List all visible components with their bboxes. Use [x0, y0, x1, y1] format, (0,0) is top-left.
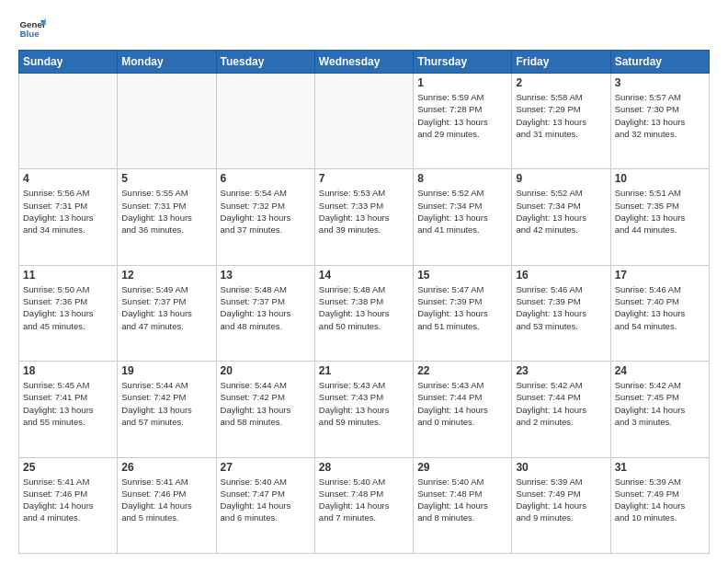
day-number: 1 — [417, 76, 507, 89]
day-info: Sunrise: 5:39 AM Sunset: 7:49 PM Dayligh… — [516, 476, 606, 524]
day-info: Sunrise: 5:54 AM Sunset: 7:32 PM Dayligh… — [221, 187, 311, 236]
calendar-cell: 15Sunrise: 5:47 AM Sunset: 7:39 PM Dayli… — [414, 265, 512, 361]
calendar-cell: 20Sunrise: 5:44 AM Sunset: 7:42 PM Dayli… — [216, 362, 314, 457]
calendar-cell — [19, 74, 118, 169]
day-number: 19 — [121, 364, 211, 377]
week-row-3: 11Sunrise: 5:50 AM Sunset: 7:36 PM Dayli… — [19, 265, 710, 361]
weekday-header-row: SundayMondayTuesdayWednesdayThursdayFrid… — [19, 51, 710, 74]
calendar-cell: 18Sunrise: 5:45 AM Sunset: 7:41 PM Dayli… — [19, 362, 118, 457]
day-number: 23 — [516, 364, 606, 377]
day-number: 7 — [319, 172, 409, 185]
calendar-cell: 16Sunrise: 5:46 AM Sunset: 7:39 PM Dayli… — [512, 265, 610, 361]
calendar-cell: 24Sunrise: 5:42 AM Sunset: 7:45 PM Dayli… — [610, 362, 709, 457]
calendar-cell: 22Sunrise: 5:43 AM Sunset: 7:44 PM Dayli… — [414, 362, 512, 457]
day-info: Sunrise: 5:41 AM Sunset: 7:46 PM Dayligh… — [121, 476, 211, 524]
day-number: 20 — [221, 364, 311, 377]
day-info: Sunrise: 5:57 AM Sunset: 7:30 PM Dayligh… — [615, 91, 705, 140]
calendar-cell: 11Sunrise: 5:50 AM Sunset: 7:36 PM Dayli… — [19, 265, 118, 361]
day-number: 13 — [221, 269, 311, 282]
calendar-cell: 17Sunrise: 5:46 AM Sunset: 7:40 PM Dayli… — [610, 265, 709, 361]
day-info: Sunrise: 5:43 AM Sunset: 7:43 PM Dayligh… — [319, 379, 409, 428]
day-info: Sunrise: 5:50 AM Sunset: 7:36 PM Dayligh… — [23, 283, 113, 332]
day-info: Sunrise: 5:42 AM Sunset: 7:45 PM Dayligh… — [615, 379, 705, 428]
day-number: 30 — [516, 461, 606, 474]
calendar-cell: 8Sunrise: 5:52 AM Sunset: 7:34 PM Daylig… — [414, 169, 512, 265]
calendar-cell: 19Sunrise: 5:44 AM Sunset: 7:42 PM Dayli… — [118, 362, 216, 457]
calendar-cell: 21Sunrise: 5:43 AM Sunset: 7:43 PM Dayli… — [314, 362, 413, 457]
day-number: 26 — [121, 461, 211, 474]
calendar-cell: 6Sunrise: 5:54 AM Sunset: 7:32 PM Daylig… — [216, 169, 314, 265]
calendar-cell — [314, 74, 413, 169]
day-info: Sunrise: 5:39 AM Sunset: 7:49 PM Dayligh… — [615, 476, 705, 524]
day-info: Sunrise: 5:55 AM Sunset: 7:31 PM Dayligh… — [121, 187, 211, 236]
day-number: 31 — [615, 461, 705, 474]
day-info: Sunrise: 5:40 AM Sunset: 7:48 PM Dayligh… — [319, 476, 409, 524]
day-number: 17 — [615, 269, 705, 282]
day-info: Sunrise: 5:45 AM Sunset: 7:41 PM Dayligh… — [23, 379, 113, 428]
day-info: Sunrise: 5:52 AM Sunset: 7:34 PM Dayligh… — [516, 187, 606, 236]
day-info: Sunrise: 5:42 AM Sunset: 7:44 PM Dayligh… — [516, 379, 606, 428]
day-info: Sunrise: 5:48 AM Sunset: 7:38 PM Dayligh… — [319, 283, 409, 332]
calendar-cell: 7Sunrise: 5:53 AM Sunset: 7:33 PM Daylig… — [314, 169, 413, 265]
weekday-header-sunday: Sunday — [19, 51, 118, 74]
day-info: Sunrise: 5:46 AM Sunset: 7:40 PM Dayligh… — [615, 283, 705, 332]
day-number: 2 — [516, 76, 606, 89]
week-row-4: 18Sunrise: 5:45 AM Sunset: 7:41 PM Dayli… — [19, 362, 710, 457]
calendar-cell: 28Sunrise: 5:40 AM Sunset: 7:48 PM Dayli… — [314, 457, 413, 553]
day-info: Sunrise: 5:44 AM Sunset: 7:42 PM Dayligh… — [121, 379, 211, 428]
day-number: 10 — [615, 172, 705, 185]
day-number: 6 — [221, 172, 311, 185]
calendar-cell: 26Sunrise: 5:41 AM Sunset: 7:46 PM Dayli… — [118, 457, 216, 553]
calendar-cell: 1Sunrise: 5:59 AM Sunset: 7:28 PM Daylig… — [414, 74, 512, 169]
calendar-cell — [118, 74, 216, 169]
calendar-cell — [216, 74, 314, 169]
day-number: 24 — [615, 364, 705, 377]
calendar-cell: 30Sunrise: 5:39 AM Sunset: 7:49 PM Dayli… — [512, 457, 610, 553]
calendar-cell: 10Sunrise: 5:51 AM Sunset: 7:35 PM Dayli… — [610, 169, 709, 265]
day-number: 22 — [417, 364, 507, 377]
week-row-2: 4Sunrise: 5:56 AM Sunset: 7:31 PM Daylig… — [19, 169, 710, 265]
calendar-cell: 9Sunrise: 5:52 AM Sunset: 7:34 PM Daylig… — [512, 169, 610, 265]
day-info: Sunrise: 5:52 AM Sunset: 7:34 PM Dayligh… — [417, 187, 507, 236]
day-number: 15 — [417, 269, 507, 282]
calendar-cell: 31Sunrise: 5:39 AM Sunset: 7:49 PM Dayli… — [610, 457, 709, 553]
day-number: 16 — [516, 269, 606, 282]
day-info: Sunrise: 5:59 AM Sunset: 7:28 PM Dayligh… — [417, 91, 507, 140]
day-number: 18 — [23, 364, 113, 377]
logo-icon: General Blue — [18, 15, 46, 42]
calendar-cell: 25Sunrise: 5:41 AM Sunset: 7:46 PM Dayli… — [19, 457, 118, 553]
logo: General Blue — [18, 15, 46, 42]
calendar-cell: 4Sunrise: 5:56 AM Sunset: 7:31 PM Daylig… — [19, 169, 118, 265]
day-number: 12 — [121, 269, 211, 282]
calendar-cell: 3Sunrise: 5:57 AM Sunset: 7:30 PM Daylig… — [610, 74, 709, 169]
calendar-cell: 29Sunrise: 5:40 AM Sunset: 7:48 PM Dayli… — [414, 457, 512, 553]
day-number: 27 — [221, 461, 311, 474]
calendar-cell: 2Sunrise: 5:58 AM Sunset: 7:29 PM Daylig… — [512, 74, 610, 169]
day-number: 9 — [516, 172, 606, 185]
weekday-header-saturday: Saturday — [610, 51, 709, 74]
calendar-table: SundayMondayTuesdayWednesdayThursdayFrid… — [18, 50, 710, 554]
calendar-cell: 27Sunrise: 5:40 AM Sunset: 7:47 PM Dayli… — [216, 457, 314, 553]
calendar-cell: 13Sunrise: 5:48 AM Sunset: 7:37 PM Dayli… — [216, 265, 314, 361]
day-number: 28 — [319, 461, 409, 474]
day-info: Sunrise: 5:51 AM Sunset: 7:35 PM Dayligh… — [615, 187, 705, 236]
calendar-cell: 12Sunrise: 5:49 AM Sunset: 7:37 PM Dayli… — [118, 265, 216, 361]
day-info: Sunrise: 5:49 AM Sunset: 7:37 PM Dayligh… — [121, 283, 211, 332]
calendar-body: 1Sunrise: 5:59 AM Sunset: 7:28 PM Daylig… — [19, 74, 710, 554]
day-info: Sunrise: 5:41 AM Sunset: 7:46 PM Dayligh… — [23, 476, 113, 524]
day-info: Sunrise: 5:40 AM Sunset: 7:48 PM Dayligh… — [417, 476, 507, 524]
header: General Blue — [18, 15, 710, 42]
day-number: 11 — [23, 269, 113, 282]
day-number: 25 — [23, 461, 113, 474]
day-number: 4 — [23, 172, 113, 185]
day-number: 8 — [417, 172, 507, 185]
weekday-header-wednesday: Wednesday — [314, 51, 413, 74]
weekday-header-thursday: Thursday — [414, 51, 512, 74]
day-info: Sunrise: 5:47 AM Sunset: 7:39 PM Dayligh… — [417, 283, 507, 332]
calendar-cell: 14Sunrise: 5:48 AM Sunset: 7:38 PM Dayli… — [314, 265, 413, 361]
day-info: Sunrise: 5:40 AM Sunset: 7:47 PM Dayligh… — [221, 476, 311, 524]
weekday-header-friday: Friday — [512, 51, 610, 74]
day-number: 21 — [319, 364, 409, 377]
day-info: Sunrise: 5:53 AM Sunset: 7:33 PM Dayligh… — [319, 187, 409, 236]
week-row-5: 25Sunrise: 5:41 AM Sunset: 7:46 PM Dayli… — [19, 457, 710, 553]
